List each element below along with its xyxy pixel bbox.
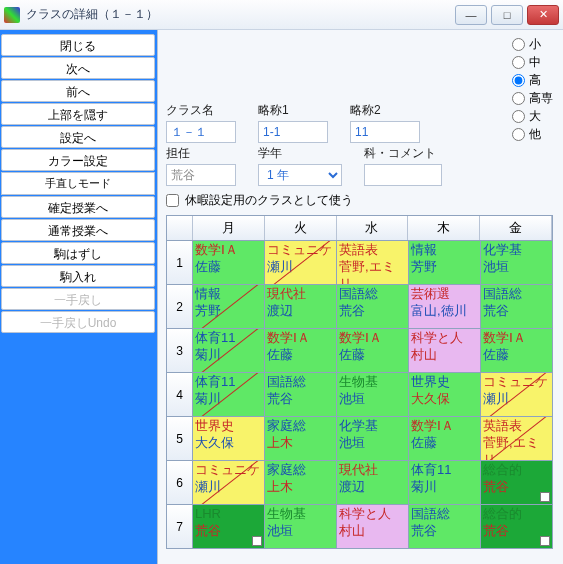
- timetable-cell[interactable]: 数学ⅠＡ佐藤: [481, 329, 552, 372]
- timetable-cell[interactable]: 科学と人村山: [337, 505, 409, 548]
- gakunen-label: 学年: [258, 145, 342, 162]
- timetable-cell[interactable]: 化学基池垣: [337, 417, 409, 460]
- radio-option[interactable]: 大: [512, 108, 553, 125]
- timetable-cell[interactable]: 情報芳野: [409, 241, 481, 284]
- mode-button[interactable]: 通常授業へ: [1, 219, 155, 241]
- main-panel: クラス名 略称1 略称2 小中高高専大他 担任 学年1 年 科・コメント 休暇設…: [158, 30, 563, 564]
- timetable-cell[interactable]: 家庭総上木: [265, 417, 337, 460]
- ka-label: 科・コメント: [364, 145, 442, 162]
- timetable-cell[interactable]: 世界史大久保: [409, 373, 481, 416]
- radio-option[interactable]: 小: [512, 36, 553, 53]
- class-name-input[interactable]: [166, 121, 236, 143]
- app-icon: [4, 7, 20, 23]
- ka-input[interactable]: [364, 164, 442, 186]
- timetable-cell[interactable]: 体育11菊川: [193, 329, 265, 372]
- abbr1-input[interactable]: [258, 121, 328, 143]
- holiday-label: 休暇設定用のクラスとして使う: [185, 192, 353, 209]
- table-row: 6コミュニケ瀬川家庭総上木現代社渡辺体育11菊川総合的荒谷: [167, 460, 552, 504]
- period-header: 7: [167, 505, 193, 548]
- sidebar: 閉じる次へ前へ上部を隠す設定へカラー設定手直しモード確定授業へ通常授業へ駒はずし…: [0, 30, 158, 564]
- timetable-cell[interactable]: 国語総荒谷: [481, 285, 552, 328]
- undo-button: 一手戻し: [1, 288, 155, 310]
- timetable-cell[interactable]: 世界史大久保: [193, 417, 265, 460]
- period-header: 2: [167, 285, 193, 328]
- radio-option[interactable]: 他: [512, 126, 553, 143]
- timetable-cell[interactable]: 国語総荒谷: [265, 373, 337, 416]
- radio-option[interactable]: 中: [512, 54, 553, 71]
- abbr1-label: 略称1: [258, 102, 328, 119]
- table-row: 4体育11菊川国語総荒谷生物基池垣世界史大久保コミュニケ瀬川: [167, 372, 552, 416]
- sidebar-button[interactable]: 設定へ: [1, 126, 155, 148]
- table-row: 5世界史大久保家庭総上木化学基池垣数学ⅠＡ佐藤英語表菅野,エミリ: [167, 416, 552, 460]
- mode-header: 手直しモード: [1, 172, 155, 195]
- timetable-cell[interactable]: 国語総荒谷: [337, 285, 409, 328]
- abbr2-input[interactable]: [350, 121, 420, 143]
- tannin-input[interactable]: [166, 164, 236, 186]
- table-row: 2情報芳野現代社渡辺国語総荒谷芸術選富山,徳川国語総荒谷: [167, 284, 552, 328]
- sidebar-button[interactable]: 前へ: [1, 80, 155, 102]
- sidebar-button[interactable]: 閉じる: [1, 34, 155, 56]
- period-header: 6: [167, 461, 193, 504]
- class-name-label: クラス名: [166, 102, 236, 119]
- period-header: 1: [167, 241, 193, 284]
- radio-option[interactable]: 高専: [512, 90, 553, 107]
- timetable-cell[interactable]: 総合的荒谷: [481, 461, 552, 504]
- sidebar-button[interactable]: カラー設定: [1, 149, 155, 171]
- timetable-cell[interactable]: 国語総荒谷: [409, 505, 481, 548]
- timetable-cell[interactable]: LHR荒谷: [193, 505, 265, 548]
- day-header: 金: [480, 216, 552, 240]
- window-title: クラスの詳細（１－１）: [26, 6, 455, 23]
- timetable-cell[interactable]: 数学ⅠＡ佐藤: [337, 329, 409, 372]
- timetable-cell[interactable]: 情報芳野: [193, 285, 265, 328]
- timetable-cell[interactable]: 現代社渡辺: [337, 461, 409, 504]
- timetable: 月火水木金 1数学ⅠＡ佐藤コミュニケ瀬川英語表菅野,エミリ情報芳野化学基池垣2情…: [166, 215, 553, 549]
- timetable-cell[interactable]: 体育11菊川: [409, 461, 481, 504]
- timetable-cell[interactable]: 家庭総上木: [265, 461, 337, 504]
- timetable-cell[interactable]: 科学と人村山: [409, 329, 481, 372]
- timetable-cell[interactable]: 生物基池垣: [337, 373, 409, 416]
- title-bar: クラスの詳細（１－１） — □ ✕: [0, 0, 563, 30]
- timetable-cell[interactable]: 化学基池垣: [481, 241, 552, 284]
- timetable-cell[interactable]: 数学ⅠＡ佐藤: [193, 241, 265, 284]
- undo-button: 一手戻しUndo: [1, 311, 155, 333]
- period-header: 4: [167, 373, 193, 416]
- timetable-cell[interactable]: 芸術選富山,徳川: [409, 285, 481, 328]
- abbr2-label: 略称2: [350, 102, 420, 119]
- mode-button[interactable]: 駒入れ: [1, 265, 155, 287]
- timetable-cell[interactable]: コミュニケ瀬川: [481, 373, 552, 416]
- radio-option[interactable]: 高: [512, 72, 553, 89]
- timetable-cell[interactable]: 体育11菊川: [193, 373, 265, 416]
- maximize-button[interactable]: □: [491, 5, 523, 25]
- period-header: 5: [167, 417, 193, 460]
- day-header: 火: [265, 216, 337, 240]
- mode-button[interactable]: 確定授業へ: [1, 196, 155, 218]
- sidebar-button[interactable]: 次へ: [1, 57, 155, 79]
- school-type-radios: 小中高高専大他: [512, 36, 553, 143]
- table-row: 7LHR荒谷生物基池垣科学と人村山国語総荒谷総合的荒谷: [167, 504, 552, 548]
- timetable-cell[interactable]: コミュニケ瀬川: [193, 461, 265, 504]
- close-button[interactable]: ✕: [527, 5, 559, 25]
- timetable-cell[interactable]: 総合的荒谷: [481, 505, 552, 548]
- period-header: 3: [167, 329, 193, 372]
- timetable-cell[interactable]: 英語表菅野,エミリ: [337, 241, 409, 284]
- timetable-cell[interactable]: 数学ⅠＡ佐藤: [265, 329, 337, 372]
- timetable-cell[interactable]: コミュニケ瀬川: [265, 241, 337, 284]
- timetable-cell[interactable]: 英語表菅野,エミリ: [481, 417, 552, 460]
- day-header: 水: [337, 216, 409, 240]
- day-header: 月: [193, 216, 265, 240]
- tannin-label: 担任: [166, 145, 236, 162]
- holiday-checkbox[interactable]: [166, 194, 179, 207]
- mode-button[interactable]: 駒はずし: [1, 242, 155, 264]
- window-buttons: — □ ✕: [455, 5, 559, 25]
- minimize-button[interactable]: —: [455, 5, 487, 25]
- timetable-cell[interactable]: 現代社渡辺: [265, 285, 337, 328]
- timetable-cell[interactable]: 生物基池垣: [265, 505, 337, 548]
- timetable-cell[interactable]: 数学ⅠＡ佐藤: [409, 417, 481, 460]
- table-row: 3体育11菊川数学ⅠＡ佐藤数学ⅠＡ佐藤科学と人村山数学ⅠＡ佐藤: [167, 328, 552, 372]
- sidebar-button[interactable]: 上部を隠す: [1, 103, 155, 125]
- table-row: 1数学ⅠＡ佐藤コミュニケ瀬川英語表菅野,エミリ情報芳野化学基池垣: [167, 240, 552, 284]
- gakunen-select[interactable]: 1 年: [258, 164, 342, 186]
- day-header: 木: [408, 216, 480, 240]
